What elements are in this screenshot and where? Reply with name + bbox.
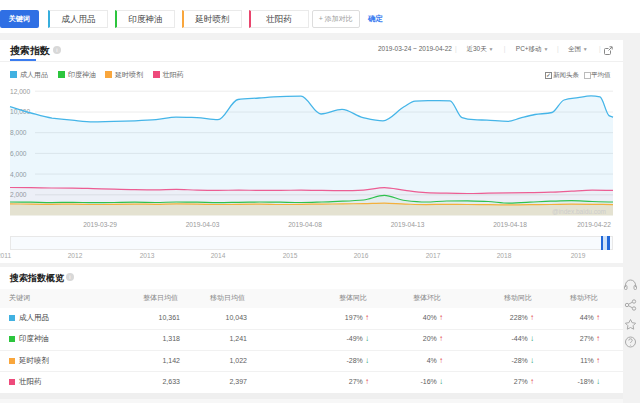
svg-text:2019-04-08: 2019-04-08 (288, 221, 322, 228)
svg-text:2019-04-03: 2019-04-03 (186, 221, 220, 228)
svg-text:12,000: 12,000 (10, 88, 31, 95)
svg-text:2019-04-13: 2019-04-13 (391, 221, 425, 228)
svg-text:2019-03-29: 2019-03-29 (83, 221, 117, 228)
svg-text:2019-04-22: 2019-04-22 (577, 221, 611, 228)
svg-text:2019-04-18: 2019-04-18 (493, 221, 527, 228)
svg-text:@index.baidu.com: @index.baidu.com (552, 208, 606, 215)
